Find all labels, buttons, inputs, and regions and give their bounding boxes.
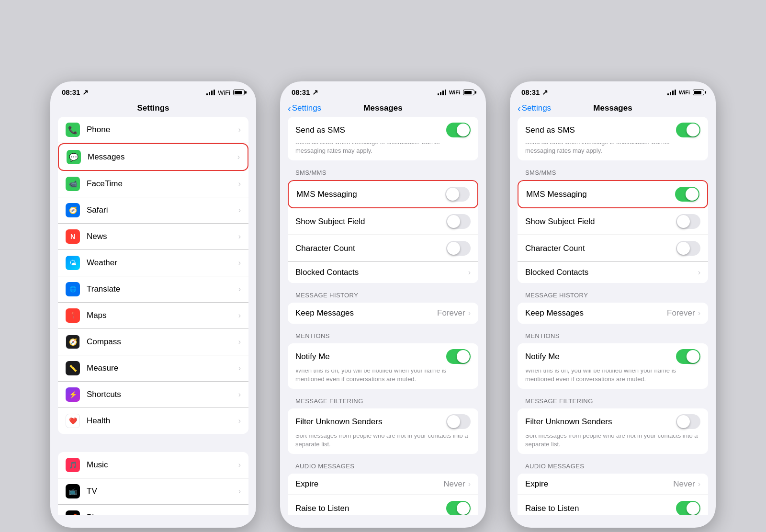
char-count-toggle-3[interactable] [676, 241, 700, 256]
settings-item-maps[interactable]: 📍 Maps › [58, 303, 248, 329]
show-subject-toggle-3[interactable] [676, 214, 700, 229]
mms-messaging-row[interactable]: MMS Messaging [288, 180, 478, 208]
notify-me-row-3[interactable]: Notify Me [518, 343, 708, 370]
blocked-contacts-label: Blocked Contacts [295, 268, 468, 277]
translate-icon: 🌐 [66, 282, 80, 296]
blocked-contacts-row-3[interactable]: Blocked Contacts › [518, 262, 708, 283]
chevron-icon: › [238, 206, 241, 215]
send-sms-toggle[interactable] [446, 123, 471, 137]
music-label: Music [87, 460, 238, 470]
raise-to-listen-row-3[interactable]: Raise to Listen [518, 495, 708, 515]
back-button-3[interactable]: ‹ Settings [518, 103, 551, 113]
mentions-group-3: Notify Me [518, 343, 708, 370]
raise-to-listen-toggle-3[interactable] [676, 501, 700, 515]
send-sms-label: Send as SMS [295, 125, 446, 135]
chevron-icon: › [238, 461, 241, 469]
msg-history-group-3: Keep Messages Forever › [518, 303, 708, 324]
raise-to-listen-toggle[interactable] [446, 501, 471, 515]
back-button-2[interactable]: ‹ Settings [288, 103, 321, 113]
chevron-icon: › [698, 309, 700, 317]
settings-item-weather[interactable]: 🌤 Weather › [58, 250, 248, 276]
time-3: 08:31 ↗ [521, 88, 548, 97]
phone-screen-3: 08:31 ↗ WiFi ‹ Settings Messages [510, 81, 716, 528]
settings-item-measure[interactable]: 📏 Measure › [58, 355, 248, 382]
signal-icon [667, 90, 676, 95]
chevron-icon: › [238, 311, 241, 320]
filter-unknown-row-3[interactable]: Filter Unknown Senders [518, 408, 708, 435]
filter-toggle[interactable] [446, 414, 471, 429]
show-subject-toggle[interactable] [446, 214, 471, 229]
settings-item-safari[interactable]: 🧭 Safari › [58, 197, 248, 224]
show-subject-row-3[interactable]: Show Subject Field [518, 208, 708, 235]
send-sms-label-3: Send as SMS [525, 125, 676, 135]
photos-label: Photos [87, 513, 238, 515]
settings-item-facetime[interactable]: 📹 FaceTime › [58, 171, 248, 197]
char-count-label: Character Count [295, 244, 446, 253]
raise-to-listen-row[interactable]: Raise to Listen [288, 495, 478, 515]
facetime-icon: 📹 [66, 177, 80, 191]
char-count-toggle[interactable] [446, 241, 471, 256]
maps-icon: 📍 [66, 308, 80, 323]
send-sms-group: Send as SMS [288, 117, 478, 143]
send-sms-row-3[interactable]: Send as SMS [518, 117, 708, 143]
blocked-contacts-row[interactable]: Blocked Contacts › [288, 262, 478, 283]
settings-item-tv[interactable]: 📺 TV › [58, 478, 248, 505]
compass-icon: 🧭 [66, 335, 80, 349]
messages-settings-2[interactable]: Send as SMS Send as SMS when iMessage is… [280, 117, 486, 515]
notify-me-toggle-3[interactable] [676, 349, 700, 364]
settings-item-health[interactable]: ❤️ Health › [58, 408, 248, 434]
settings-list[interactable]: 📞 Phone › 💬 Messages › [50, 117, 256, 515]
settings-item-music[interactable]: 🎵 Music › [58, 452, 248, 478]
show-subject-row[interactable]: Show Subject Field [288, 208, 478, 235]
settings-item-translate[interactable]: 🌐 Translate › [58, 276, 248, 303]
keep-messages-row[interactable]: Keep Messages Forever › [288, 303, 478, 324]
page-title-3: Messages [593, 103, 632, 113]
expire-value-3: Never [673, 479, 695, 489]
shortcuts-label: Shortcuts [87, 390, 238, 399]
expire-row[interactable]: Expire Never › [288, 474, 478, 495]
phone-icon: 📞 [66, 123, 80, 137]
keep-messages-row-3[interactable]: Keep Messages Forever › [518, 303, 708, 324]
filter-unknown-row[interactable]: Filter Unknown Senders [288, 408, 478, 435]
phone-label: Phone [87, 125, 238, 135]
smsmms-section-label: SMS/MMS [280, 165, 486, 180]
chevron-icon: › [238, 417, 241, 425]
settings-item-photos[interactable]: 🌈 Photos › [58, 505, 248, 515]
settings-item-phone[interactable]: 📞 Phone › [58, 117, 248, 143]
mms-toggle-on[interactable] [675, 187, 699, 202]
chevron-icon: › [238, 125, 241, 134]
expire-label: Expire [295, 479, 443, 489]
messages-row-wrapper: 💬 Messages › [58, 143, 248, 171]
status-icons-3: WiFi [667, 90, 704, 95]
notify-me-toggle[interactable] [446, 349, 471, 364]
photos-icon: 🌈 [66, 510, 80, 515]
mms-row-wrapper: MMS Messaging [288, 180, 478, 208]
chevron-icon: › [698, 480, 700, 488]
settings-item-messages[interactable]: 💬 Messages › [58, 143, 248, 171]
tv-icon: 📺 [66, 484, 80, 498]
translate-label: Translate [87, 284, 238, 294]
chevron-icon: › [238, 180, 241, 188]
settings-item-compass[interactable]: 🧭 Compass › [58, 329, 248, 355]
char-count-row-3[interactable]: Character Count [518, 235, 708, 262]
messages-settings-3[interactable]: Send as SMS Send as SMS when iMessage is… [510, 117, 716, 515]
settings-group-2: 🎵 Music › 📺 TV › 🌈 [58, 452, 248, 515]
chevron-icon: › [238, 390, 241, 399]
msg-filtering-group-3: Filter Unknown Senders [518, 408, 708, 435]
mms-toggle-off[interactable] [445, 187, 470, 202]
settings-item-shortcuts[interactable]: ⚡ Shortcuts › [58, 382, 248, 408]
notify-me-row[interactable]: Notify Me [288, 343, 478, 370]
keep-messages-value-3: Forever [667, 308, 695, 318]
send-sms-row[interactable]: Send as SMS [288, 117, 478, 143]
settings-item-news[interactable]: N News › [58, 224, 248, 250]
mms-messaging-row-3[interactable]: MMS Messaging [518, 180, 708, 208]
news-icon: N [66, 229, 80, 244]
char-count-row[interactable]: Character Count [288, 235, 478, 262]
chevron-icon: › [238, 364, 241, 373]
shortcuts-icon: ⚡ [66, 387, 80, 402]
weather-label: Weather [87, 258, 238, 268]
expire-row-3[interactable]: Expire Never › [518, 474, 708, 495]
chevron-icon: › [237, 153, 240, 161]
send-sms-toggle-3[interactable] [676, 123, 700, 137]
filter-toggle-3[interactable] [676, 414, 700, 429]
